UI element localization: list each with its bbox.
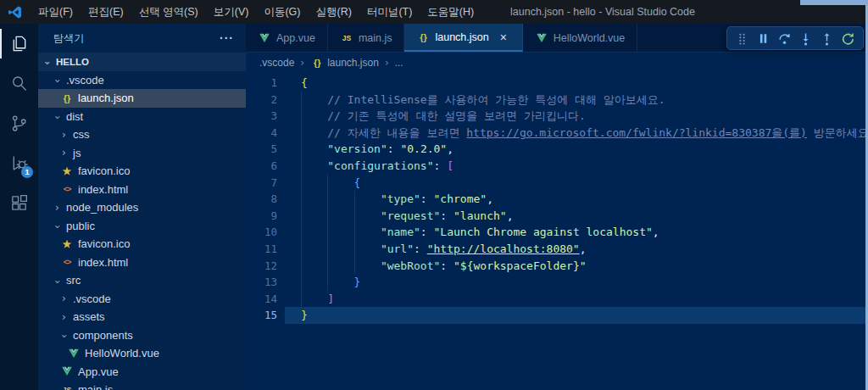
- indent-guide: [354, 191, 381, 208]
- menu-f[interactable]: 파일(F): [31, 0, 81, 24]
- chevron-down-icon: ›: [52, 75, 64, 86]
- activity-source-control-button[interactable]: [0, 103, 38, 143]
- step-over-button[interactable]: [774, 28, 795, 48]
- tree-item-label: index.html: [78, 256, 128, 269]
- editor-group: App.vueJSmain.js{}launch.json×HelloWorld…: [246, 24, 865, 390]
- html-icon: <>: [60, 182, 74, 196]
- tree-item-js[interactable]: ›js: [38, 144, 246, 163]
- code-line-5: 5"version": "0.2.0",: [246, 141, 865, 158]
- line-number: 6: [246, 158, 285, 175]
- activity-search-button[interactable]: [0, 64, 38, 103]
- code-line-4: 4// 자세한 내용을 보려면 https://go.microsoft.com…: [246, 125, 865, 142]
- activity-extensions-button[interactable]: [0, 183, 38, 223]
- debug-badge: 1: [21, 166, 33, 178]
- chevron-down-icon: ›: [58, 331, 70, 342]
- tree-item-vscode[interactable]: ›.vscode: [38, 290, 246, 309]
- chevron-right-icon: ›: [58, 292, 70, 304]
- tree-item-src[interactable]: ›src: [38, 271, 246, 290]
- tree-item-index-html[interactable]: <>index.html: [38, 254, 246, 272]
- more-actions-icon[interactable]: ···: [216, 31, 237, 45]
- code-line-3: 3// 기존 특성에 대한 설명을 보려면 가리킵니다.: [246, 108, 865, 125]
- code-line-content: {: [285, 175, 865, 192]
- tree-item-vscode[interactable]: ›.vscode: [38, 71, 246, 90]
- step-into-button[interactable]: [795, 28, 816, 48]
- editor-code-area[interactable]: 1{2// IntelliSense를 사용하여 가능한 특성에 대해 알아보세…: [246, 73, 865, 390]
- indent-guide: [301, 125, 327, 142]
- activity-run-debug-button[interactable]: 1: [0, 143, 38, 183]
- code-token: // IntelliSense를 사용하여 가능한 특성에 대해 알아보세요.: [327, 93, 665, 106]
- tree-item-components[interactable]: ›components: [38, 326, 246, 345]
- tree-item-dist[interactable]: ›dist: [38, 108, 246, 126]
- indent-guide: [301, 241, 327, 258]
- tree-item-label: assets: [73, 310, 105, 323]
- code-line-content: "type": "chrome",: [285, 191, 865, 208]
- activity-explorer-button[interactable]: [0, 24, 38, 64]
- tree-item-main-js[interactable]: JSmain.js: [38, 381, 246, 390]
- menu-v[interactable]: 보기(V): [206, 0, 257, 24]
- explorer-sidebar: 탐색기 ··· ›HELLO›.vscode{}launch.json›dist…: [38, 24, 246, 390]
- indent-guide: [327, 241, 353, 258]
- tab-bar: App.vueJSmain.js{}launch.json×HelloWorld…: [246, 24, 865, 53]
- tree-item-label: HelloWorld.vue: [85, 347, 159, 359]
- indent-guide: [354, 258, 381, 275]
- tree-root-hello[interactable]: ›HELLO: [38, 53, 246, 71]
- debug-toolbar: [726, 26, 864, 50]
- menu-t[interactable]: 터미널(T): [359, 0, 420, 24]
- tree-item-app-vue[interactable]: App.vue: [38, 363, 246, 382]
- tree-item-launch-json[interactable]: {}launch.json: [38, 89, 246, 108]
- indent-guide: [301, 175, 327, 192]
- code-line-content: "webRoot": "${workspaceFolder}": [285, 258, 865, 275]
- tab-label: launch.json: [435, 31, 488, 43]
- tree-item-node-modules[interactable]: ›node_modules: [38, 198, 246, 217]
- menu-s[interactable]: 선택 영역(S): [131, 0, 206, 24]
- tree-item-assets[interactable]: ›assets: [38, 308, 246, 326]
- indent-guide: [301, 92, 327, 109]
- indent-guide: [301, 191, 327, 208]
- chevron-right-icon: ›: [58, 311, 70, 323]
- line-number: 11: [246, 241, 285, 258]
- menu-h[interactable]: 도움말(H): [420, 0, 481, 24]
- tab-label: App.vue: [276, 32, 315, 44]
- breadcrumb-separator-icon: ›: [300, 57, 304, 69]
- gripper-icon[interactable]: [732, 28, 753, 48]
- code-line-12: 12"webRoot": "${workspaceFolder}": [246, 258, 865, 275]
- tab-helloworld-vue[interactable]: HelloWorld.vue: [523, 24, 638, 52]
- breadcrumb-segment-[interactable]: ...: [395, 57, 403, 69]
- menu-r[interactable]: 실행(R): [309, 0, 359, 24]
- close-icon[interactable]: ×: [497, 31, 510, 44]
- menu-e[interactable]: 편집(E): [81, 0, 131, 24]
- js-icon: JS: [340, 31, 353, 45]
- vue-icon: [258, 31, 271, 45]
- tab-launch-json[interactable]: {}launch.json×: [404, 24, 522, 52]
- tree-item-helloworld-vue[interactable]: HelloWorld.vue: [38, 344, 246, 363]
- code-line-11: 11"url": "http://localhost:8080",: [246, 241, 865, 258]
- indent-guide: [301, 108, 327, 125]
- tree-item-public[interactable]: ›public: [38, 217, 246, 236]
- tree-item-index-html[interactable]: <>index.html: [38, 181, 246, 199]
- code-token: "chrome": [434, 192, 487, 205]
- code-line-9: 9"request": "launch",: [246, 208, 865, 225]
- code-line-content: "name": "Launch Chrome against localhost…: [285, 224, 865, 241]
- restart-button[interactable]: [837, 28, 859, 48]
- tab-app-vue[interactable]: App.vue: [246, 24, 328, 52]
- breadcrumb-segment-launch-json[interactable]: {}launch.json: [310, 56, 379, 70]
- code-line-content: }: [285, 307, 865, 324]
- indent-guide: [354, 208, 381, 225]
- tree-item-css[interactable]: ›css: [38, 125, 246, 144]
- menu-g[interactable]: 이동(G): [256, 0, 308, 24]
- tab-main-js[interactable]: JSmain.js: [328, 24, 405, 52]
- tab-label: main.js: [359, 32, 392, 44]
- code-line-content: {: [285, 75, 865, 92]
- code-line-content: }: [285, 274, 865, 291]
- pause-button[interactable]: [753, 28, 774, 48]
- tree-item-favicon-ico[interactable]: ★favicon.ico: [38, 162, 246, 181]
- breadcrumb-segment-vscode[interactable]: .vscode: [259, 57, 294, 69]
- indent-guide: [301, 274, 327, 291]
- indent-guide: [301, 258, 327, 275]
- step-out-button[interactable]: [816, 28, 837, 48]
- tree-item-favicon-ico[interactable]: ★favicon.ico: [38, 235, 246, 254]
- code-token: 방문하세요.: [807, 126, 865, 139]
- sidebar-title: 탐색기: [53, 31, 216, 46]
- indent-guide: [327, 224, 353, 241]
- line-number: 2: [246, 92, 285, 109]
